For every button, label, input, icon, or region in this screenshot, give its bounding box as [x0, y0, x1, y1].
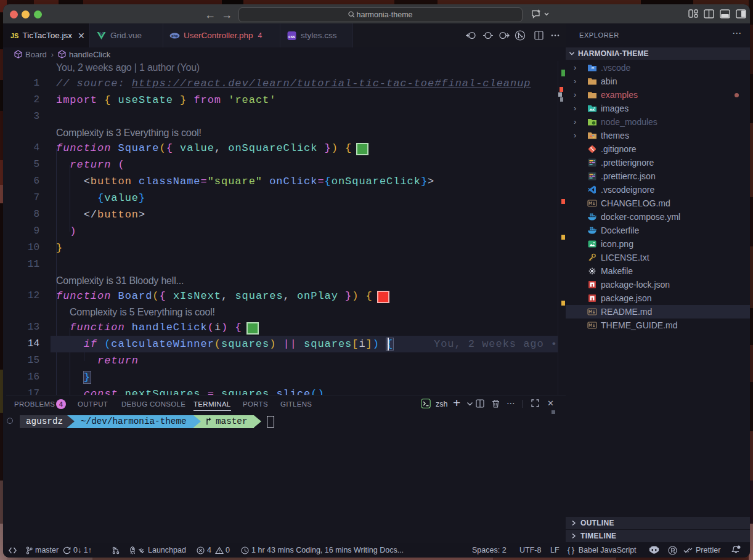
svg-text:css: css: [288, 34, 295, 39]
svg-text:php: php: [171, 34, 178, 38]
